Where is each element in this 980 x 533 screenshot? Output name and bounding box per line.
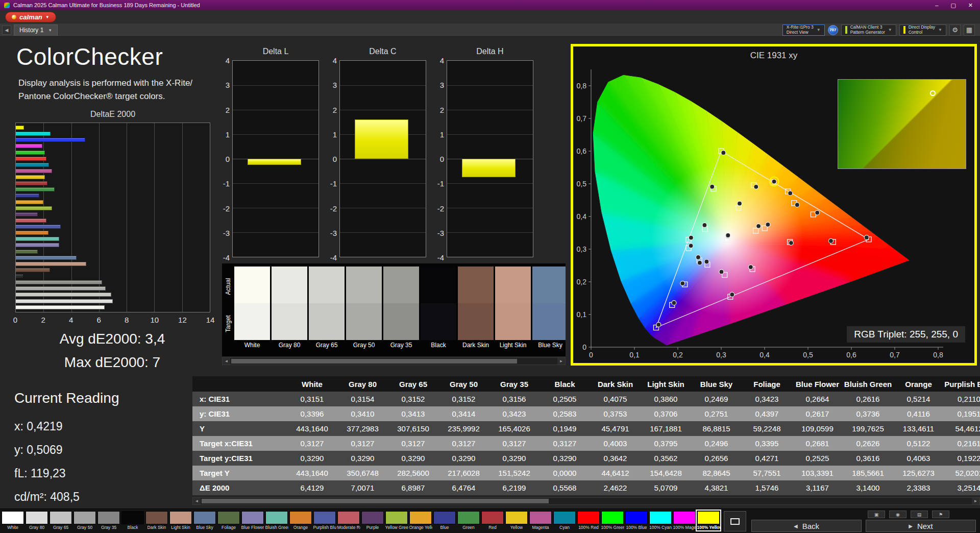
swatch-label: Moderate Red — [337, 525, 360, 530]
swatch-column-black[interactable]: Black — [421, 266, 456, 349]
table-cell: 0,2616 — [843, 395, 893, 403]
chevron-down-icon: ▼ — [45, 15, 50, 19]
pattern-swatch-blue-flower[interactable]: Blue Flower — [241, 511, 264, 530]
pattern-swatch-blue[interactable]: Blue — [433, 511, 456, 530]
swatch-column-gray-35[interactable]: Gray 35 — [383, 266, 419, 349]
pattern-swatch-moderate-red[interactable]: Moderate Red — [337, 511, 360, 530]
meter-select-button[interactable]: X-Rite i1Pro 3 Direct View ▼ — [782, 25, 825, 36]
pattern-swatch-100-magenta[interactable]: 100% Magenta — [673, 511, 696, 530]
pattern-swatch-red[interactable]: Red — [481, 511, 504, 530]
tab-history-1[interactable]: History 1 ▼ — [14, 25, 58, 36]
y-tick-label: -1 — [431, 179, 444, 188]
swatch-column-gray-50[interactable]: Gray 50 — [346, 266, 382, 349]
pattern-window-button[interactable] — [724, 511, 746, 531]
swatch-column-dark-skin[interactable]: Dark Skin — [458, 266, 494, 349]
scrollbar-thumb[interactable] — [202, 499, 549, 503]
minimize-button[interactable]: – — [935, 2, 938, 9]
pattern-swatch-orange[interactable]: Orange — [289, 511, 312, 530]
pattern-swatch-100-blue[interactable]: 100% Blue — [625, 511, 648, 530]
table-cell: 0,2525 — [792, 454, 843, 463]
pattern-swatch-cyan[interactable]: Cyan — [553, 511, 576, 530]
deltae-x-tick-label: 6 — [97, 316, 101, 324]
table-cell: 0,3290 — [287, 454, 337, 463]
deltae-bar-row — [16, 132, 210, 136]
pattern-swatch-blue-sky[interactable]: Blue Sky — [193, 511, 216, 530]
swatch-label: Black — [421, 340, 456, 349]
scroll-right-arrow-icon[interactable]: ► — [972, 498, 979, 504]
actual-target-strip: Actual Target WhiteGray 80Gray 65Gray 50… — [222, 263, 566, 356]
table-scrollbar[interactable]: ◄ ► — [192, 497, 980, 505]
pattern-swatch-yellow[interactable]: Yellow — [505, 511, 528, 530]
deltae-bar-row — [16, 193, 210, 198]
meter-status-badge[interactable]: 707 — [828, 25, 838, 35]
pattern-swatch-magenta[interactable]: Magenta — [529, 511, 552, 530]
pattern-swatch-100-red[interactable]: 100% Red — [577, 511, 600, 530]
swatch-column-white[interactable]: White — [234, 266, 270, 349]
swatch-column-light-skin[interactable]: Light Skin — [495, 266, 531, 349]
pattern-swatch-yellow-green[interactable]: Yellow Green — [385, 511, 408, 530]
pattern-swatch-green[interactable]: Green — [457, 511, 480, 530]
settings-button[interactable]: ⚙ — [949, 25, 961, 36]
swatch-color — [625, 511, 648, 524]
pattern-swatch-bluish-green[interactable]: Bluish Green — [265, 511, 288, 530]
window-controls: – ▢ ✕ — [935, 2, 976, 9]
mini-toolbar-button-4[interactable]: ⚑ — [932, 511, 949, 518]
actual-swatch — [234, 266, 270, 303]
swatch-label: Orange Yellow — [409, 525, 432, 530]
maximize-button[interactable]: ▢ — [950, 2, 955, 9]
swatch-label: Dark Skin — [148, 525, 166, 530]
close-button[interactable]: ✕ — [968, 2, 973, 9]
next-button[interactable]: ▶ Next — [866, 520, 976, 532]
mini-toolbar-button-3[interactable]: ▤ — [911, 511, 928, 518]
layout-button[interactable]: ▦ — [964, 25, 975, 36]
pattern-swatch-gray-35[interactable]: Gray 35 — [97, 511, 120, 530]
swatch-column-blue-sky[interactable]: Blue Sky — [532, 266, 566, 349]
table-cell: 217,6028 — [438, 469, 489, 477]
swatch-column-gray-80[interactable]: Gray 80 — [272, 266, 307, 349]
pattern-swatch-100-green[interactable]: 100% Green — [601, 511, 624, 530]
pattern-swatch-purplish-blue[interactable]: Purplish Blue — [313, 511, 336, 530]
tab-nav-back-button[interactable]: ◀ — [2, 26, 11, 35]
y-tick-label: -3 — [216, 228, 230, 237]
app-logo-icon — [4, 3, 10, 8]
pattern-swatch-dark-skin[interactable]: Dark Skin — [145, 511, 168, 530]
mini-toolbar-button-2[interactable]: ◉ — [889, 511, 906, 518]
svg-text:0: 0 — [589, 351, 593, 359]
deltae-bar-moderate-red — [16, 219, 46, 223]
swatch-column-gray-65[interactable]: Gray 65 — [309, 266, 345, 349]
mini-toolbar: ▣ ◉ ▤ ⚑ — [868, 511, 949, 518]
back-button[interactable]: ◀ Back — [751, 520, 862, 532]
table-row-target-y: Target Y443,1640350,6748282,5600217,6028… — [192, 466, 980, 480]
table-header-gray-65: Gray 65 — [388, 380, 438, 389]
swatch-color — [337, 511, 360, 524]
deltae-bar-foliage — [16, 250, 38, 254]
gridline — [233, 183, 318, 184]
mini-toolbar-button-1[interactable]: ▣ — [868, 511, 885, 518]
scroll-left-arrow-icon[interactable]: ◄ — [193, 498, 201, 504]
pattern-swatch-orange-yellow[interactable]: Orange Yellow — [409, 511, 432, 530]
pattern-swatch-white[interactable]: White — [1, 511, 24, 530]
pattern-swatch-gray-50[interactable]: Gray 50 — [73, 511, 96, 530]
pattern-swatch-foliage[interactable]: Foliage — [217, 511, 240, 530]
swatch-color — [241, 511, 264, 524]
pattern-swatch-light-skin[interactable]: Light Skin — [169, 511, 192, 530]
scroll-left-arrow-icon[interactable]: ◄ — [223, 358, 230, 365]
app-menu-button[interactable]: calman ▼ — [5, 12, 56, 22]
svg-text:0,4: 0,4 — [577, 212, 587, 221]
pattern-swatch-purple[interactable]: Purple — [361, 511, 384, 530]
scrollbar-thumb[interactable] — [231, 359, 517, 364]
pattern-swatch-black[interactable]: Black — [121, 511, 144, 530]
table-cell: 6,4129 — [287, 483, 337, 492]
pattern-swatch-gray-80[interactable]: Gray 80 — [25, 511, 48, 530]
delta-h-title: Delta H — [447, 47, 533, 56]
display-control-button[interactable]: Direct Display Control ▼ — [899, 25, 946, 36]
pattern-swatch-100-cyan[interactable]: 100% Cyan — [649, 511, 672, 530]
table-cell: 7,0071 — [337, 483, 388, 492]
swatch-strip-scrollbar[interactable]: ◄ ► — [222, 357, 566, 365]
pattern-generator-button[interactable]: CalMAN Client 3 Pattern Generator ▼ — [841, 25, 896, 36]
scroll-right-arrow-icon[interactable]: ► — [557, 358, 565, 365]
table-header-gray-80: Gray 80 — [337, 380, 388, 389]
pattern-swatch-100-yellow[interactable]: 100% Yellow — [697, 511, 720, 530]
deltae-bar-blue-flower — [16, 243, 59, 247]
pattern-swatch-gray-65[interactable]: Gray 65 — [49, 511, 72, 530]
